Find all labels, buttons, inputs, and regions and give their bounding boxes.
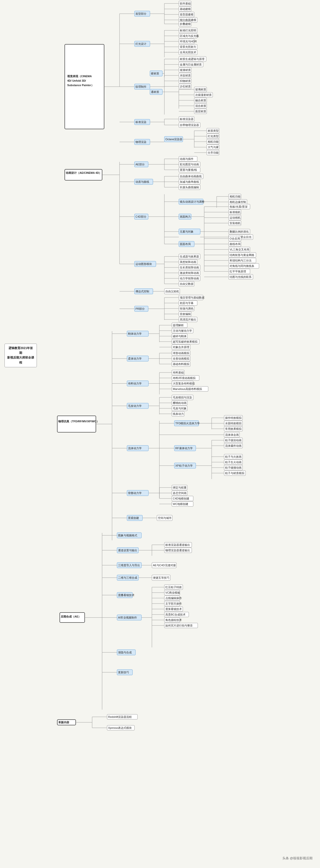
svg-text:置置与要视/线: 置置与要视/线: [180, 168, 197, 171]
svg-text:粒子碰撞动画: 粒子碰撞动画: [225, 466, 242, 469]
svg-text:沙石材质: 沙石材质: [180, 85, 191, 88]
svg-text:流体体会画: 流体体会画: [225, 433, 239, 436]
page-container: 逻辑教育2021年首期 影视后期大师班全课程 视觉表现（CINEMA 4D/ U…: [0, 0, 320, 868]
svg-text:动力学矩阵动画: 动力学矩阵动画: [180, 277, 199, 280]
svg-text:转场与调色: 转场与调色: [180, 307, 193, 310]
svg-text:操作特效模拟: 操作特效模拟: [225, 416, 242, 419]
svg-text:刚体动力学: 刚体动力学: [128, 332, 142, 335]
svg-text:物理渲染器通道输出: 物理渲染器通道输出: [165, 549, 190, 552]
svg-text:相机功能: 相机功能: [230, 195, 241, 198]
svg-text:线条动力: 线条动力: [173, 412, 184, 415]
svg-text:粒子生火动画: 粒子生火动画: [225, 461, 242, 464]
svg-text:基础布料模拟: 基础布料模拟: [173, 363, 190, 366]
sec1-label: 视觉表现（CINEMA: [67, 75, 92, 78]
svg-text:自由父数据: 自由父数据: [180, 282, 193, 285]
svg-text:融合材质: 融合材质: [195, 99, 206, 102]
svg-text:镜头动画设计与调整: 镜头动画设计与调整: [180, 200, 204, 203]
svg-text:Octane渲染器: Octane渲染器: [165, 138, 182, 141]
svg-rect-272: [57, 416, 96, 432]
svg-text:材质类型: 材质类型: [207, 129, 219, 132]
svg-text:长接头曲线编辑: 长接头曲线编辑: [180, 186, 199, 189]
svg-text:软件基础: 软件基础: [180, 2, 191, 5]
svg-text:背景光照射方: 背景光照射方: [180, 45, 196, 48]
svg-text:标准渲染: 标准渲染: [135, 121, 147, 124]
svg-text:曲线布局: 曲线布局: [230, 243, 241, 246]
svg-text:后期合成（AE）: 后期合成（AE）: [61, 615, 81, 618]
svg-text:柔体动力学: 柔体动力学: [128, 357, 142, 360]
svg-text:二维与三维合成: 二维与三维合成: [118, 576, 137, 579]
svg-text:破碎与刚体: 破碎与刚体: [172, 335, 187, 338]
svg-text:Xpresso表达式模块: Xpresso表达式模块: [108, 726, 132, 729]
svg-text:提理解析: 提理解析: [173, 324, 184, 327]
svg-text:樱桃粒动画: 樱桃粒动画: [173, 401, 187, 404]
svg-text:面面布局: 面面布局: [180, 243, 191, 246]
svg-text:画面构力: 画面构力: [180, 215, 191, 218]
mindmap-svg: 视觉表现（CINEMA 4D/ Unfold 3D/ Substance Pai…: [39, 0, 320, 862]
svg-text:加减与曲率曲线: 加减与曲率曲线: [180, 180, 199, 183]
svg-text:图象与视频格式: 图象与视频格式: [118, 534, 137, 537]
main-label: 逻辑教育2021年首期 影视后期大师班全课程: [4, 344, 37, 367]
svg-text:WC地模创建: WC地模创建: [173, 502, 188, 505]
svg-text:细分曲面建模: 细分曲面建模: [180, 19, 196, 22]
svg-text:高清流片输出: 高清流片输出: [180, 318, 196, 321]
svg-text:水面特效模拟: 水面特效模拟: [225, 422, 242, 425]
svg-text:结构矩形与黄金网格: 结构矩形与黄金网格: [230, 253, 254, 256]
svg-text:织物材质: 织物材质: [180, 80, 191, 83]
svg-text:项目管理与基础数据: 项目管理与基础数据: [180, 296, 204, 299]
svg-text:C4D地模创建: C4D地模创建: [173, 497, 189, 500]
sec1-box: [65, 44, 104, 129]
svg-text:硬材质: 硬材质: [151, 72, 159, 75]
svg-text:物理渲染: 物理渲染: [135, 141, 147, 144]
svg-text:相机功能: 相机功能: [208, 140, 219, 143]
svg-text:标准灯光照明: 标准灯光照明: [180, 29, 196, 32]
svg-text:物理仿真（TFD/RF/MV/XP/WC）: 物理仿真（TFD/RF/MV/XP/WC）: [58, 420, 99, 423]
svg-text:VL三角交叉布局: VL三角交叉布局: [230, 248, 249, 251]
svg-text:元素与对象: 元素与对象: [180, 230, 193, 233]
svg-text:PR部分: PR部分: [135, 307, 145, 310]
svg-text:红平平衡原理: 红平平衡原理: [230, 270, 246, 273]
svg-text:常用效果模拟: 常用效果模拟: [225, 427, 242, 430]
svg-text:布料/环境动画模拟: 布料/环境动画模拟: [173, 376, 196, 379]
svg-text:C4D部分: C4D部分: [135, 215, 147, 218]
svg-text:AI常业视频制作: AI常业视频制作: [118, 616, 137, 619]
svg-text:VC商业模板: VC商业模板: [165, 591, 180, 594]
svg-text:对象合并原理: 对象合并原理: [173, 346, 189, 349]
svg-text:美想矩阵动画: 美想矩阵动画: [180, 260, 196, 264]
svg-text:大型复杂布料模拟: 大型复杂布料模拟: [173, 382, 195, 385]
svg-text:姿态空间画: 姿态空间画: [173, 492, 187, 495]
svg-text:红豆粒子特效: 红豆粒子特效: [165, 586, 182, 589]
svg-text:区域光与反光板: 区域光与反光板: [180, 34, 199, 37]
svg-text:焦板/光晨/景深: 焦板/光晨/景深: [230, 205, 248, 208]
svg-text:彩光图层与动画: 彩光图层与动画: [180, 163, 199, 166]
svg-text:超写实破碎效果模拟: 超写实破碎效果模拟: [173, 340, 198, 343]
svg-text:自由曲体动画曲线: 自由曲体动画曲线: [180, 175, 202, 178]
svg-text:坡漆材质: 坡漆材质: [180, 68, 191, 71]
svg-text:流体爆炸动画: 流体爆炸动画: [225, 444, 242, 447]
sec1-label3: Substance Painter）: [67, 84, 94, 87]
svg-text:次级漫射材质: 次级漫射材质: [195, 93, 212, 96]
svg-text:基础建模: 基础建模: [180, 7, 191, 10]
svg-text:便捷互等技巧: 便捷互等技巧: [153, 576, 169, 579]
svg-text:毛发模拟与渲染: 毛发模拟与渲染: [173, 396, 192, 399]
svg-text:球形动画模拟: 球形动画模拟: [173, 351, 190, 354]
svg-rect-119: [65, 169, 102, 180]
svg-text:木纹材质: 木纹材质: [180, 74, 191, 77]
svg-text:通道设置与输出: 通道设置与输出: [118, 549, 137, 552]
svg-text:翻腿比例的渐化: 翻腿比例的渐化: [230, 230, 249, 233]
svg-text:粒子与材质模拟: 粒子与材质模拟: [225, 472, 245, 474]
svg-text:XP粒子动力学: XP粒子动力学: [175, 464, 193, 467]
svg-text:面层材质: 面层材质: [195, 110, 206, 113]
svg-text:混合材质: 混合材质: [195, 104, 206, 107]
svg-text:金属与日金属材质: 金属与日金属材质: [180, 63, 202, 66]
svg-text:标准渲染器通道输出: 标准渲染器通道输出: [165, 543, 190, 546]
svg-text:三维度导入与导出: 三维度导入与导出: [118, 564, 140, 567]
svg-text:骨骼动力学: 骨骼动力学: [128, 492, 142, 495]
svg-text:毛发与对象: 毛发与对象: [173, 407, 187, 410]
watermark: 头条 @筱筱影视后期: [282, 856, 313, 861]
svg-text:对角线与同均衡线条: 对角线与同均衡线条: [230, 265, 254, 268]
svg-text:音效编辑: 音效编辑: [180, 312, 191, 315]
svg-text:生长类矩阵动画: 生长类矩阵动画: [180, 266, 199, 269]
svg-text:折叠建模: 折叠建模: [180, 23, 191, 25]
svg-text:标准镜机: 标准镜机: [229, 211, 241, 214]
svg-text:激波类矩阵动画: 激波类矩阵动画: [180, 271, 199, 274]
